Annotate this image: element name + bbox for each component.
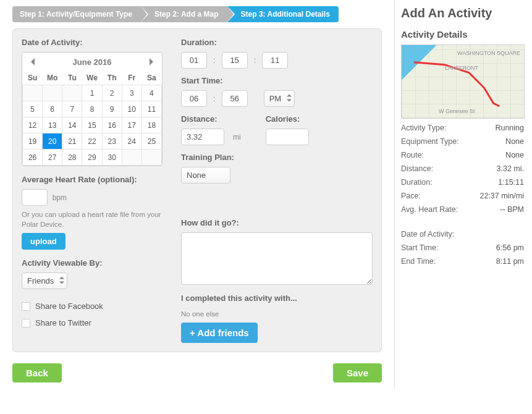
calendar-month-label: June 2016 — [73, 57, 112, 67]
calendar-day[interactable]: 8 — [82, 101, 102, 117]
calendar-day[interactable]: 25 — [141, 133, 161, 150]
calendar-day[interactable]: 19 — [23, 133, 43, 150]
kv-val: 22:37 min/mi — [479, 192, 524, 200]
hr-input[interactable] — [22, 189, 48, 206]
distance-heading: Distance: — [181, 114, 241, 124]
calendar-day[interactable]: 29 — [82, 150, 102, 166]
calendar-dow: We — [82, 71, 102, 85]
kv-key: Activity Type: — [401, 124, 446, 132]
start-mm[interactable] — [222, 90, 248, 107]
calendar-day[interactable]: 7 — [62, 101, 82, 117]
step-3[interactable]: Step 3: Additional Details — [227, 6, 339, 22]
start-hh[interactable] — [181, 90, 207, 107]
duration-ss[interactable] — [262, 52, 288, 69]
step-1[interactable]: Step 1: Activity/Equipment Type — [12, 6, 141, 22]
calendar-next-icon[interactable] — [146, 56, 157, 67]
page-title: Add An Activity — [401, 6, 524, 20]
duration-mm[interactable] — [222, 52, 248, 69]
kv-val: 3.32 mi. — [497, 164, 524, 173]
kv-key: End Time: — [401, 257, 436, 266]
training-select[interactable]: None — [181, 167, 230, 184]
kv-key: Date of Activity: — [401, 230, 454, 239]
calendar-day[interactable]: 9 — [102, 101, 122, 117]
calendar-day[interactable]: 1 — [82, 85, 102, 101]
calendar-day[interactable]: 17 — [122, 117, 141, 133]
calendar-day[interactable]: 21 — [62, 133, 82, 150]
calendar-day[interactable]: 13 — [43, 117, 62, 133]
calendar-day[interactable]: 24 — [122, 133, 141, 150]
calendar-day[interactable]: 27 — [43, 150, 62, 166]
training-heading: Training Plan: — [181, 153, 373, 162]
colon: : — [213, 56, 216, 65]
wizard-stepper: Step 1: Activity/Equipment Type Step 2: … — [12, 6, 382, 22]
calendar-day[interactable]: 16 — [102, 117, 122, 133]
ampm-select[interactable]: PM — [264, 90, 295, 107]
map-label: LAKEFRONT — [445, 65, 478, 71]
kv-val: -- BPM — [500, 205, 524, 214]
colon: : — [254, 56, 256, 65]
kv-key: Route: — [401, 151, 424, 159]
calendar-day[interactable]: 14 — [62, 117, 82, 133]
distance-unit: mi — [233, 133, 241, 142]
hr-hint: Or you can upload a heart rate file from… — [22, 209, 170, 229]
map-label: WASHINGTON SQUARE — [457, 50, 520, 56]
kv-key: Distance: — [401, 164, 433, 173]
add-friends-button[interactable]: + Add friends — [181, 323, 258, 343]
friends-heading: I completed this activity with... — [181, 294, 373, 303]
upload-button[interactable]: upload — [22, 233, 65, 250]
details-panel: Date of Activity: June 2016 SuMoTuWeThFr… — [12, 28, 382, 352]
calendar-day[interactable]: 18 — [141, 117, 161, 133]
share-fb-checkbox[interactable] — [22, 302, 30, 311]
calories-input[interactable] — [266, 129, 309, 145]
kv-key: Pace: — [401, 192, 421, 200]
calendar-day[interactable]: 12 — [23, 117, 43, 133]
duration-heading: Duration: — [181, 38, 373, 47]
kv-val: None — [505, 137, 524, 146]
map-label: W Genesee St — [439, 108, 475, 114]
friends-sub: No one else — [181, 309, 373, 319]
calendar-day[interactable]: 3 — [122, 85, 141, 101]
route-map-thumbnail[interactable]: WASHINGTON SQUARE LAKEFRONT W Genesee St — [401, 44, 525, 119]
calendar-day[interactable]: 28 — [62, 150, 82, 166]
share-tw-checkbox[interactable] — [22, 319, 30, 327]
calendar-prev-icon[interactable] — [27, 56, 38, 67]
save-button[interactable]: Save — [333, 363, 382, 382]
share-tw-label: Share to Twitter — [35, 318, 91, 327]
kv-key: Duration: — [401, 178, 433, 187]
calories-heading: Calories: — [266, 114, 309, 124]
kv-val: None — [505, 151, 524, 159]
calendar: June 2016 SuMoTuWeThFrSa 123456789101112… — [22, 52, 163, 166]
calendar-day[interactable]: 20 — [43, 133, 62, 150]
step-2[interactable]: Step 2: Add a Map — [141, 6, 227, 22]
kv-val: Running — [495, 124, 524, 132]
calendar-day[interactable]: 15 — [82, 117, 102, 133]
kv-key: Start Time: — [401, 243, 438, 252]
calendar-day[interactable]: 23 — [102, 133, 122, 150]
date-heading: Date of Activity: — [22, 38, 170, 47]
calendar-day[interactable]: 4 — [141, 85, 161, 101]
distance-input[interactable] — [181, 129, 224, 145]
calendar-day[interactable]: 6 — [43, 101, 62, 117]
calendar-day[interactable]: 2 — [102, 85, 122, 101]
notes-heading: How did it go?: — [181, 218, 373, 227]
colon: : — [213, 94, 216, 103]
hr-heading: Average Heart Rate (optional): — [22, 175, 170, 184]
calendar-day[interactable]: 22 — [82, 133, 102, 150]
calendar-dow: Mo — [43, 71, 62, 85]
calendar-day[interactable]: 10 — [122, 101, 141, 117]
notes-textarea[interactable] — [181, 232, 373, 285]
sidebar-subtitle: Activity Details — [401, 29, 524, 40]
duration-hh[interactable] — [181, 52, 207, 69]
calendar-day[interactable]: 5 — [23, 101, 43, 117]
hr-unit: bpm — [53, 193, 67, 202]
share-fb-label: Share to Facebook — [35, 302, 103, 311]
back-button[interactable]: Back — [12, 363, 62, 382]
calendar-dow: Sa — [141, 71, 161, 85]
calendar-day[interactable]: 30 — [102, 150, 122, 166]
calendar-dow: Tu — [62, 71, 82, 85]
calendar-day[interactable]: 11 — [141, 101, 161, 117]
kv-val: 1:15:11 — [498, 178, 524, 187]
calendar-day[interactable]: 26 — [23, 150, 43, 166]
kv-val: 8:11 pm — [496, 257, 524, 266]
visibility-select[interactable]: Friends — [22, 272, 67, 289]
